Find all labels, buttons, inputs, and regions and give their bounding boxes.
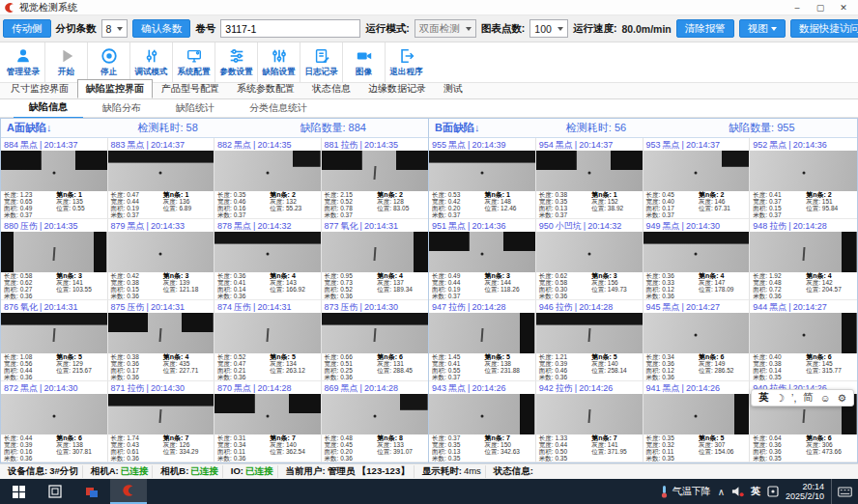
volume-icon[interactable] <box>731 486 744 497</box>
task-view-button[interactable] <box>37 479 73 504</box>
run-mode-select[interactable]: 双面检测 <box>415 19 476 38</box>
defect-image[interactable] <box>536 313 643 353</box>
defect-image[interactable] <box>214 232 321 272</box>
defect-cell[interactable]: 876氧化|20:14:31 长度: 1.08 宽度: 0.56 面积: 0.4… <box>1 300 108 381</box>
defect-image[interactable] <box>322 232 429 272</box>
defect-cell[interactable]: 872黑点|20:14:30 长度: 0.44 宽度: 0.39 面积: 0.1… <box>1 381 108 462</box>
maximize-button[interactable]: ▢ <box>810 1 831 14</box>
panel-a-title[interactable]: A面缺陷↓ <box>1 121 137 135</box>
toolbar-play-button[interactable]: 开始 <box>44 42 87 82</box>
ime-tool-2[interactable]: ’, <box>791 392 796 404</box>
roll-number-input[interactable] <box>220 19 360 38</box>
defect-image[interactable] <box>108 151 214 191</box>
defect-image[interactable] <box>1 313 107 353</box>
defect-image[interactable] <box>536 232 643 272</box>
toolbar-exit-button[interactable]: 退出程序 <box>385 42 427 82</box>
defect-image[interactable] <box>644 394 750 434</box>
toolbar-log-button[interactable]: 日志记录 <box>300 42 342 82</box>
defect-image[interactable] <box>108 313 214 353</box>
toolbar-system-button[interactable]: 系统配置 <box>172 42 214 82</box>
defect-cell[interactable]: 881拉伤|20:14:35 长度: 2.15 宽度: 0.52 面积: 0.7… <box>322 138 429 219</box>
ime-tool-1[interactable]: ☽ <box>776 392 785 404</box>
main-tab-0[interactable]: 尺寸监控界面 <box>2 79 77 98</box>
defect-image[interactable] <box>322 313 429 353</box>
ime-tool-3[interactable]: 简 <box>803 391 814 405</box>
taskbar-clock[interactable]: 20:142025/2/10 <box>786 482 824 501</box>
defect-image[interactable] <box>322 151 429 191</box>
language-indicator[interactable]: 英 <box>751 485 760 498</box>
defect-cell[interactable]: 950小凹坑|20:14:32 长度: 0.62 宽度: 0.58 面积: 0.… <box>536 219 644 300</box>
defect-cell[interactable]: 952黑点|20:14:36 长度: 0.41 宽度: 0.37 面积: 0.1… <box>750 138 857 219</box>
minimize-button[interactable]: – <box>786 1 808 14</box>
defect-image[interactable] <box>644 313 750 353</box>
defect-cell[interactable]: 951黑点|20:14:36 长度: 0.49 宽度: 0.44 面积: 0.1… <box>429 219 536 300</box>
defect-cell[interactable]: 954黑点|20:14:37 长度: 0.38 宽度: 0.35 面积: 0.1… <box>536 138 644 219</box>
slit-count-select[interactable]: 8 <box>101 19 129 38</box>
panel-b-title[interactable]: B面缺陷↓ <box>429 121 566 135</box>
defect-cell[interactable]: 945黑点|20:14:27 长度: 0.34 宽度: 0.36 面积: 0.1… <box>644 300 751 381</box>
defect-cell[interactable]: 869黑点|20:14:28 长度: 0.48 宽度: 0.45 面积: 0.2… <box>322 381 429 462</box>
sub-tab-2[interactable]: 缺陷统计 <box>160 98 230 118</box>
defect-image[interactable] <box>1 151 107 191</box>
defect-image[interactable] <box>750 313 857 353</box>
defect-cell[interactable]: 877氧化|20:14:31 长度: 0.95 宽度: 0.73 面积: 0.5… <box>322 219 429 300</box>
close-button[interactable]: ✕ <box>833 1 854 14</box>
defect-cell[interactable]: 878黑点|20:14:32 长度: 0.36 宽度: 0.41 面积: 0.1… <box>214 219 322 300</box>
ime-toolbar[interactable]: 英☽’,简☺⚙ <box>751 389 854 406</box>
defect-cell[interactable]: 883黑点|20:14:37 长度: 0.47 宽度: 0.44 面积: 0.1… <box>108 138 215 219</box>
defect-cell[interactable]: 873压伤|20:14:30 长度: 0.66 宽度: 0.51 面积: 0.2… <box>322 300 429 381</box>
defect-cell[interactable]: 942拉伤|20:14:26 长度: 1.33 宽度: 0.44 面积: 0.5… <box>536 381 644 462</box>
defect-cell[interactable]: 870黑点|20:14:28 长度: 0.31 宽度: 0.34 面积: 0.1… <box>214 381 322 462</box>
defect-image[interactable] <box>214 313 321 353</box>
defect-cell[interactable]: 948拉伤|20:14:28 长度: 1.92 宽度: 0.48 面积: 0.7… <box>750 219 857 300</box>
main-tab-4[interactable]: 状态信息 <box>303 79 359 98</box>
defect-cell[interactable]: 875压伤|20:14:31 长度: 0.38 宽度: 0.36 面积: 0.1… <box>108 300 215 381</box>
inspection-app-taskbar-button[interactable] <box>110 479 147 504</box>
defect-cell[interactable]: 871拉伤|20:14:30 长度: 1.74 宽度: 0.43 面积: 0.6… <box>108 381 215 462</box>
toolbar-defect-settings-button[interactable]: 缺陷设置 <box>257 42 300 82</box>
defect-image[interactable] <box>1 232 107 272</box>
toolbar-camera-button[interactable]: 图像 <box>342 42 385 82</box>
defect-cell[interactable]: 941黑点|20:14:26 长度: 0.35 宽度: 0.32 面积: 0.1… <box>644 381 751 462</box>
data-access-menu-button[interactable]: 数据快捷访问 <box>790 19 858 38</box>
defect-cell[interactable]: 882黑点|20:14:35 长度: 0.35 宽度: 0.46 面积: 0.1… <box>214 138 322 219</box>
defect-image[interactable] <box>214 151 321 191</box>
defect-cell[interactable]: 874压伤|20:14:31 长度: 0.52 宽度: 0.47 面积: 0.2… <box>214 300 322 381</box>
defect-image[interactable] <box>429 394 535 434</box>
ime-tool-5[interactable]: ⚙ <box>838 392 846 404</box>
chart-points-select[interactable]: 100 <box>529 19 568 38</box>
weather-widget[interactable]: 气温下降 <box>660 485 711 498</box>
defect-image[interactable] <box>536 394 643 434</box>
defect-cell[interactable]: 944黑点|20:14:27 长度: 0.40 宽度: 0.38 面积: 0.1… <box>750 300 857 381</box>
main-tab-3[interactable]: 系统参数配置 <box>228 79 303 98</box>
confirm-count-button[interactable]: 确认条数 <box>132 19 190 38</box>
main-tab-2[interactable]: 产品型号配置 <box>153 79 228 98</box>
defect-image[interactable] <box>644 232 750 272</box>
toolbar-stop-button[interactable]: 停止 <box>87 42 129 82</box>
defect-cell[interactable]: 955黑点|20:14:39 长度: 0.53 宽度: 0.42 面积: 0.2… <box>429 138 536 219</box>
sub-tab-1[interactable]: 缺陷分布 <box>87 98 157 118</box>
defect-image[interactable] <box>536 151 643 191</box>
defect-image[interactable] <box>750 232 857 272</box>
toolbar-params-button[interactable]: 参数设置 <box>214 42 257 82</box>
touch-keyboard-button[interactable] <box>831 479 852 504</box>
sub-tab-0[interactable]: 缺陷信息 <box>14 98 83 119</box>
clear-alarm-button[interactable]: 清除报警 <box>676 19 734 38</box>
main-tab-5[interactable]: 边缘数据记录 <box>359 79 435 98</box>
toolbar-user-button[interactable]: 管理登录 <box>2 42 44 82</box>
defect-image[interactable] <box>429 313 535 353</box>
defect-cell[interactable]: 884黑点|20:14:37 长度: 1.23 宽度: 0.65 面积: 0.4… <box>1 138 108 219</box>
tray-expand-button[interactable]: ∧ <box>718 487 725 497</box>
defect-image[interactable] <box>108 232 214 272</box>
defect-cell[interactable]: 946拉伤|20:14:28 长度: 1.21 宽度: 0.39 面积: 0.4… <box>536 300 644 381</box>
ime-mode-icon[interactable] <box>767 486 779 497</box>
defect-image[interactable] <box>644 151 750 191</box>
defect-cell[interactable]: 943黑点|20:14:26 长度: 0.37 宽度: 0.35 面积: 0.1… <box>429 381 536 462</box>
defect-image[interactable] <box>322 394 429 434</box>
defect-cell[interactable]: 949黑点|20:14:30 长度: 0.36 宽度: 0.33 面积: 0.1… <box>644 219 751 300</box>
sub-tab-3[interactable]: 分类信息统计 <box>234 98 323 118</box>
toolbar-debug-button[interactable]: 调试模式 <box>129 42 172 82</box>
ime-lang-toggle[interactable]: 英 <box>758 391 769 405</box>
defect-cell[interactable]: 880压伤|20:14:35 长度: 0.58 宽度: 0.62 面积: 0.2… <box>1 219 108 300</box>
defect-image[interactable] <box>1 394 107 434</box>
